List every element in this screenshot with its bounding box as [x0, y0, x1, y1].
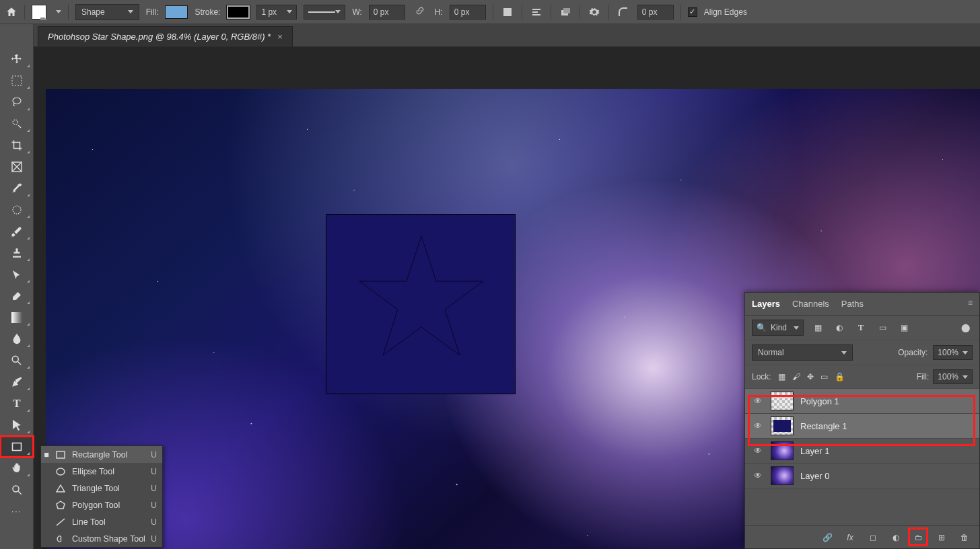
frame-tool[interactable] — [0, 156, 34, 178]
fill-swatch[interactable] — [165, 5, 188, 19]
layer-thumb — [771, 416, 794, 435]
hand-tool[interactable] — [0, 458, 34, 479]
eraser-tool[interactable] — [0, 285, 34, 307]
quick-select-tool[interactable] — [0, 113, 34, 135]
corner-radius-field[interactable]: 0 px — [637, 5, 674, 20]
width-field[interactable]: 0 px — [369, 5, 405, 20]
tab-paths[interactable]: Paths — [841, 296, 864, 312]
layer-name[interactable]: Polygon 1 — [800, 396, 839, 406]
gear-icon[interactable] — [587, 5, 602, 20]
lasso-tool[interactable] — [0, 92, 34, 113]
visibility-icon[interactable]: 👁 — [752, 421, 764, 431]
pen-tool[interactable] — [0, 371, 34, 393]
adjustment-icon[interactable]: ◐ — [889, 533, 903, 542]
flyout-rectangle[interactable]: ■ Rectangle Tool U — [41, 446, 162, 463]
stroke-width-field[interactable]: 1 px — [256, 5, 297, 20]
layer-name[interactable]: Layer 1 — [800, 446, 829, 456]
corner-radius-icon[interactable] — [616, 5, 631, 20]
stroke-style-field[interactable] — [304, 5, 345, 20]
lock-trans-icon[interactable]: ▦ — [778, 372, 785, 381]
tab-channels[interactable]: Channels — [792, 296, 829, 312]
fx-icon[interactable]: fx — [843, 533, 857, 542]
gradient-tool[interactable] — [0, 307, 34, 328]
lock-artboard-icon[interactable]: ▭ — [820, 372, 828, 381]
svg-point-12 — [12, 356, 18, 362]
path-align-icon[interactable] — [529, 5, 544, 20]
flyout-ellipse[interactable]: Ellipse Tool U — [41, 463, 162, 480]
edit-toolbar[interactable]: ··· — [0, 501, 34, 522]
fill-field[interactable]: 100% — [933, 369, 973, 384]
new-layer-icon[interactable]: ⊞ — [935, 533, 948, 542]
flyout-line[interactable]: Line Tool U — [41, 513, 162, 530]
home-icon[interactable] — [5, 6, 18, 18]
brush-tool[interactable] — [0, 221, 34, 242]
delete-layer-icon[interactable]: 🗑 — [958, 533, 971, 542]
stroke-label: Stroke: — [195, 7, 220, 17]
marquee-tool[interactable] — [0, 70, 34, 92]
filter-adjust-icon[interactable]: ◐ — [832, 323, 847, 332]
mask-icon[interactable]: ◻ — [866, 533, 880, 542]
opacity-field[interactable]: 100% — [933, 345, 973, 360]
flyout-triangle[interactable]: Triangle Tool U — [41, 480, 162, 497]
zoom-tool[interactable] — [0, 479, 34, 501]
panel-menu-icon[interactable]: ≡ — [968, 298, 973, 307]
crop-tool[interactable] — [0, 135, 34, 156]
shape-mode-select[interactable]: Shape — [75, 4, 139, 20]
eyedropper-tool[interactable] — [0, 178, 34, 199]
custom-shape-icon — [55, 534, 67, 543]
tool-preset-swatch[interactable] — [32, 5, 46, 20]
layer-name[interactable]: Layer 0 — [800, 471, 829, 481]
path-arrange-icon[interactable] — [558, 5, 573, 20]
filter-smart-icon[interactable]: ▣ — [897, 323, 911, 332]
move-tool[interactable] — [0, 48, 34, 70]
dodge-tool[interactable] — [0, 350, 34, 371]
filter-type-icon[interactable]: T — [853, 322, 868, 333]
flyout-polygon[interactable]: Polygon Tool U — [41, 497, 162, 513]
blend-mode-select[interactable]: Normal — [752, 344, 853, 361]
tab-layers[interactable]: Layers — [752, 296, 780, 312]
document-tab[interactable]: Photohsop Star Shape.png @ 98.4% (Layer … — [38, 26, 293, 46]
svg-point-14 — [13, 486, 19, 492]
stamp-tool[interactable] — [0, 242, 34, 264]
layer-name[interactable]: Rectangle 1 — [800, 421, 847, 431]
rectangle-tool[interactable] — [0, 436, 34, 458]
close-tab-icon[interactable]: × — [277, 32, 283, 42]
history-brush-tool[interactable] — [0, 264, 34, 285]
path-ops-icon[interactable] — [500, 5, 515, 20]
lock-paint-icon[interactable]: 🖌 — [792, 372, 800, 381]
layer-row[interactable]: 👁 Polygon 1 — [745, 389, 979, 414]
layer-row[interactable]: 👁 Layer 0 — [745, 464, 979, 488]
filter-kind-select[interactable]: 🔍 Kind — [752, 320, 804, 336]
opacity-label: Opacity: — [898, 348, 928, 357]
text-tool[interactable]: T — [0, 393, 34, 414]
align-edges-checkbox[interactable] — [688, 7, 697, 17]
layer-thumb — [771, 392, 794, 410]
svg-rect-2 — [532, 11, 538, 13]
stroke-swatch[interactable] — [227, 5, 250, 19]
shape-tool-flyout: ■ Rectangle Tool U Ellipse Tool U Triang… — [40, 445, 163, 548]
group-icon[interactable]: 🗀 — [912, 533, 925, 542]
visibility-icon[interactable]: 👁 — [752, 396, 764, 406]
shape-mode-label: Shape — [81, 7, 105, 17]
filter-toggle-icon[interactable]: ⬤ — [958, 323, 973, 332]
healing-tool[interactable] — [0, 199, 34, 221]
tool-preset-dropdown[interactable] — [56, 10, 61, 13]
layers-panel: Layers Channels Paths ≡ 🔍 Kind ▦ ◐ T ▭ ▣… — [744, 292, 980, 549]
lock-all-icon[interactable]: 🔒 — [835, 372, 845, 381]
svg-rect-11 — [11, 312, 22, 323]
flyout-custom-shape[interactable]: Custom Shape Tool U — [41, 530, 162, 547]
visibility-icon[interactable]: 👁 — [752, 471, 764, 480]
star-shape[interactable] — [354, 233, 489, 367]
link-wh-icon[interactable] — [412, 6, 428, 17]
path-select-tool[interactable] — [0, 414, 34, 436]
align-edges-label: Align Edges — [704, 7, 747, 17]
lock-pos-icon[interactable]: ✥ — [807, 372, 814, 381]
blur-tool[interactable] — [0, 328, 34, 350]
link-layers-icon[interactable]: 🔗 — [820, 533, 834, 542]
layer-row[interactable]: 👁 Rectangle 1 — [745, 414, 979, 439]
height-field[interactable]: 0 px — [450, 5, 486, 20]
filter-pixel-icon[interactable]: ▦ — [810, 323, 825, 332]
visibility-icon[interactable]: 👁 — [752, 446, 764, 455]
filter-shape-icon[interactable]: ▭ — [875, 323, 890, 332]
layer-row[interactable]: 👁 Layer 1 — [745, 439, 979, 464]
